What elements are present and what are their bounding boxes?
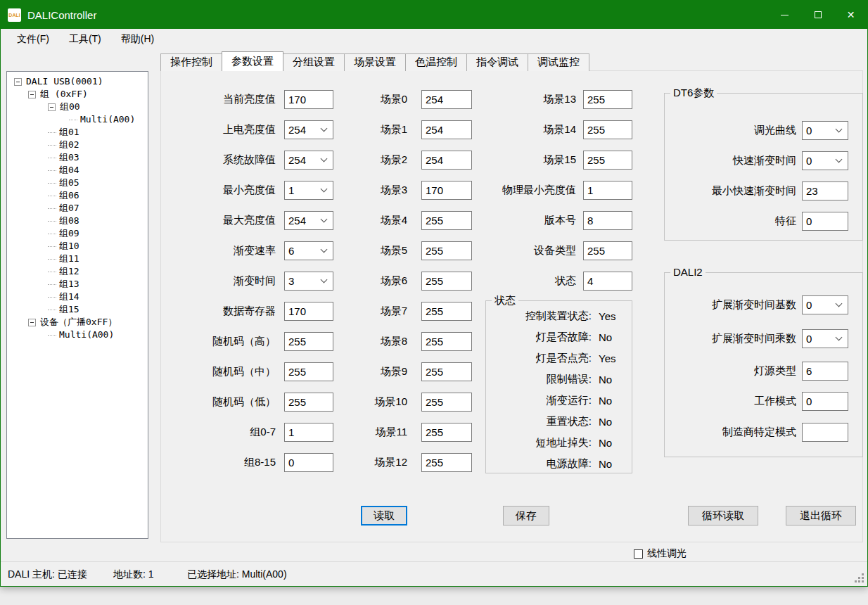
- random-code-high-input[interactable]: [284, 332, 333, 351]
- scene-8-input[interactable]: [421, 332, 472, 351]
- scene-10-input[interactable]: [421, 393, 472, 412]
- scene-15-input[interactable]: [583, 151, 632, 170]
- field-row-scene-7: 场景7: [336, 301, 472, 321]
- linear-dimming-checkbox[interactable]: [634, 549, 643, 559]
- light-source-type-input[interactable]: [802, 362, 848, 381]
- save-button[interactable]: 保存: [503, 506, 549, 526]
- ext-fade-time-base-combo[interactable]: 0: [802, 295, 848, 314]
- status-item-value: Yes: [599, 352, 615, 364]
- linear-dimming-checkbox-row[interactable]: 线性调光: [634, 547, 687, 560]
- tree-item[interactable]: 组08: [7, 215, 148, 227]
- tree-item[interactable]: 组14: [7, 291, 148, 303]
- operating-mode-input[interactable]: [802, 392, 848, 411]
- physical-min-level-input[interactable]: [583, 181, 632, 200]
- status-value-input[interactable]: [583, 272, 632, 291]
- tree-item[interactable]: 设备（广播0xFF）: [7, 316, 148, 329]
- tree-item[interactable]: 组10: [7, 240, 148, 253]
- tree-item[interactable]: 组09: [7, 227, 148, 240]
- min-level-combo[interactable]: 1: [284, 181, 333, 200]
- menu-item[interactable]: 文件(F): [11, 30, 56, 49]
- tab-参数设置[interactable]: 参数设置: [222, 51, 283, 71]
- tree-expand-icon[interactable]: [28, 91, 36, 98]
- fade-rate-combo[interactable]: 6: [284, 241, 333, 260]
- exit-loop-button[interactable]: 退出循环: [786, 506, 856, 526]
- tree-item[interactable]: 组01: [7, 126, 148, 139]
- current-level-input[interactable]: [284, 90, 333, 109]
- version-number-input[interactable]: [583, 211, 632, 230]
- tree-item[interactable]: 组15: [7, 303, 148, 316]
- field-row-current-level: 当前亮度值: [161, 89, 333, 109]
- random-code-mid-label: 随机码（中）: [161, 365, 276, 378]
- tree-item[interactable]: 组 (0xFF): [7, 88, 148, 101]
- menu-item[interactable]: 工具(T): [63, 30, 108, 49]
- tab-调试监控[interactable]: 调试监控: [528, 53, 589, 71]
- scene-14-input[interactable]: [583, 120, 632, 139]
- min-fast-fade-time-input[interactable]: [802, 182, 848, 200]
- group-0-7-input[interactable]: [284, 423, 333, 442]
- tree-leader: [48, 272, 56, 272]
- tree-item[interactable]: 组03: [7, 151, 148, 164]
- field-row-device-type: 设备类型: [428, 241, 632, 260]
- tree-item[interactable]: 组11: [7, 253, 148, 265]
- loop-read-button[interactable]: 循环读取: [688, 506, 758, 526]
- fast-fade-time-combo[interactable]: 0: [802, 151, 848, 170]
- status-row: 短地址掉失:No: [486, 435, 612, 450]
- tree-item[interactable]: Multi(A00): [7, 329, 148, 341]
- tree-item[interactable]: Multi(A00): [7, 113, 148, 126]
- group-8-15-input[interactable]: [284, 453, 333, 472]
- data-register-label: 数据寄存器: [161, 305, 276, 318]
- tree-item[interactable]: DALI USB(0001): [7, 75, 148, 88]
- fade-time-combo[interactable]: 3: [284, 272, 333, 291]
- scene-7-input[interactable]: [421, 302, 472, 321]
- ext-fade-time-multiplier-combo[interactable]: 0: [802, 329, 848, 348]
- random-code-mid-input[interactable]: [284, 362, 333, 381]
- dimming-curve-combo[interactable]: 0: [802, 121, 848, 140]
- power-on-level-combo[interactable]: 254: [284, 120, 333, 139]
- tree-item[interactable]: 组04: [7, 164, 148, 177]
- manufacturer-mode-input[interactable]: [802, 423, 848, 442]
- data-register-input[interactable]: [284, 302, 333, 321]
- tree-item[interactable]: 组06: [7, 189, 148, 202]
- tree-expand-icon[interactable]: [48, 103, 56, 111]
- tree-item[interactable]: 组00: [7, 101, 148, 113]
- tab-操作控制[interactable]: 操作控制: [160, 53, 222, 71]
- read-button[interactable]: 读取: [361, 506, 407, 526]
- minimize-button[interactable]: [768, 1, 801, 29]
- system-failure-level-combo[interactable]: 254: [284, 151, 333, 170]
- tree-item[interactable]: 组13: [7, 278, 148, 291]
- tab-场景设置[interactable]: 场景设置: [344, 53, 406, 71]
- max-level-combo[interactable]: 254: [284, 211, 333, 230]
- scene-13-input[interactable]: [583, 90, 632, 109]
- status-value-label: 状态: [428, 274, 576, 288]
- field-row-ext-fade-time-base: 扩展渐变时间基数0: [665, 295, 848, 314]
- menu-item[interactable]: 帮助(H): [115, 30, 160, 49]
- tree-leader: [48, 208, 56, 209]
- maximize-button[interactable]: [801, 1, 834, 29]
- tree-item[interactable]: 组12: [7, 265, 148, 278]
- scene-12-input[interactable]: [421, 453, 472, 472]
- menu-bar: 文件(F)工具(T)帮助(H): [1, 29, 867, 50]
- tab-色温控制[interactable]: 色温控制: [405, 53, 467, 71]
- resize-grip[interactable]: [855, 573, 864, 583]
- scene-0-label: 场景0: [336, 93, 407, 106]
- title-bar[interactable]: DALI DALIController ✕: [1, 1, 867, 29]
- scene-9-input[interactable]: [421, 362, 472, 381]
- tree-item[interactable]: 组02: [7, 139, 148, 151]
- max-level-label: 最大亮度值: [161, 214, 276, 227]
- scene-11-input[interactable]: [421, 423, 472, 442]
- random-code-low-input[interactable]: [284, 393, 333, 412]
- tree-expand-icon[interactable]: [14, 78, 22, 86]
- close-button[interactable]: ✕: [834, 1, 867, 29]
- tab-分组设置[interactable]: 分组设置: [283, 53, 345, 71]
- tree-expand-icon[interactable]: [28, 319, 36, 326]
- features-input[interactable]: [802, 212, 848, 231]
- close-icon: ✕: [847, 10, 855, 20]
- field-row-scene-9: 场景9: [336, 362, 472, 381]
- tab-指令调试[interactable]: 指令调试: [466, 53, 528, 71]
- device-type-input[interactable]: [583, 241, 632, 260]
- tree-item[interactable]: 组07: [7, 202, 148, 215]
- field-row-fade-time: 渐变时间3: [161, 271, 333, 291]
- tree-item-label: 组11: [59, 253, 79, 265]
- field-row-dimming-curve: 调光曲线0: [665, 120, 848, 140]
- tree-item[interactable]: 组05: [7, 177, 148, 189]
